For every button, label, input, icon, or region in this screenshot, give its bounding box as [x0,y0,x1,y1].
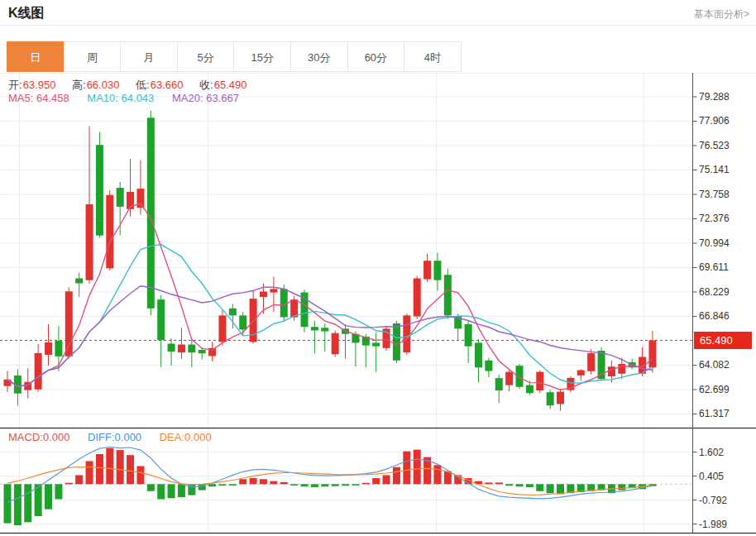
macd-value: 0.000 [43,431,70,443]
ma20-label: MA20: [172,92,203,104]
macd-histogram-bar [218,484,226,486]
candle-body [526,385,534,394]
price-axis-label: 68.229 [699,286,730,298]
kline-widget: K线图 基本面分析> 日 周 月 5分 15分 30分 60分 4时 79.28… [0,0,756,536]
macd-histogram-bar [229,484,237,486]
price-axis-label: 61.317 [699,408,730,419]
macd-label: MACD: [8,431,43,443]
fundamental-analysis-link[interactable]: 基本面分析> [694,7,749,22]
macd-histogram-bar [495,482,503,484]
macd-histogram-bar [168,484,175,498]
chart-area: 79.28877.90676.52375.14173.75872.37670.9… [0,73,756,536]
macd-histogram-bar [414,450,421,485]
macd-histogram-bar [127,455,134,484]
ma5-line [7,203,653,390]
ma-readout: MA5: 64.458 MA10: 64.043 MA20: 63.667 [8,92,254,104]
macd-histogram-bar [270,481,277,485]
high-label: 高: [72,79,86,91]
candle-body [433,261,441,280]
macd-histogram-bar [362,483,370,485]
macd-histogram-bar [526,484,534,487]
price-axis-label: 69.611 [699,261,729,273]
macd-histogram-bar [239,479,246,484]
price-axis-label: 79.288 [699,91,730,103]
candle-body [465,324,472,347]
price-axis-label: 72.376 [699,213,730,224]
candle-body [106,195,113,269]
candle-body [577,370,585,375]
macd-histogram-bar [547,484,554,493]
tab-15min[interactable]: 15分 [233,41,291,72]
tab-60min[interactable]: 60分 [347,41,405,72]
price-axis-label: 64.082 [699,359,730,371]
macd-histogram-bar [208,484,216,486]
candle-body [608,366,615,376]
candle-body [117,188,124,207]
macd-histogram-bar [147,484,155,491]
macd-histogram-bar [45,484,52,509]
candle-body [516,366,524,387]
candle-body [505,372,513,385]
diff-value: 0.000 [115,431,142,443]
tab-day[interactable]: 日 [7,41,65,72]
period-tabbar: 日 周 月 5分 15分 30分 60分 4时 [7,41,462,72]
candle-body [536,372,543,390]
tab-30min[interactable]: 30分 [290,41,348,72]
candle-body [393,323,400,361]
macd-histogram-bar [4,484,12,523]
macd-histogram-bar [352,484,359,486]
macd-axis-label: 1.602 [699,447,724,458]
candle-body [65,291,73,357]
macd-axis-label: -0.792 [699,495,727,506]
tab-week[interactable]: 周 [64,41,122,72]
candle-body [648,340,656,367]
tab-month[interactable]: 月 [120,41,178,72]
ma20-line [7,286,653,387]
candle-body [485,361,492,371]
macd-histogram-bar [14,484,22,525]
price-axis-label: 76.523 [699,140,730,151]
candle-body [147,117,155,308]
current-price-badge: 65.490 [694,332,752,349]
tab-4hour[interactable]: 4时 [404,41,462,72]
ma10-value: 64.043 [122,92,155,104]
candle-body [618,364,625,374]
ma5-value: 64.458 [36,92,69,104]
ma10-label: MA10: [87,92,118,104]
macd-axis-label: 0.405 [699,471,724,482]
low-value: 63.660 [151,79,184,91]
kline-macd-chart[interactable]: 79.28877.90676.52375.14173.75872.37670.9… [0,73,756,536]
macd-histogram-bar [342,484,349,486]
macd-histogram-bar [136,467,144,485]
candle-body [75,279,83,284]
macd-histogram-bar [301,484,309,486]
open-label: 开: [8,79,22,91]
candle-body [199,350,206,353]
price-axis-label: 73.758 [699,189,730,200]
macd-histogram-bar [321,484,328,486]
diff-label: DIFF: [88,431,115,443]
close-label: 收: [199,79,213,91]
candle-body [311,327,318,330]
candle-body [403,315,410,352]
dea-line [7,467,653,495]
candle-body [495,378,503,390]
macd-histogram-bar [433,465,441,484]
price-axis-label: 70.994 [699,237,730,249]
candle-body [423,261,431,279]
tab-5min[interactable]: 5分 [177,41,235,72]
macd-histogram-bar [505,484,513,486]
macd-histogram-bar [280,482,288,484]
ohlc-readout: 开:63.950 高:66.030 低:63.660 收:65.490 [8,78,260,93]
price-axis-label: 75.141 [699,164,730,175]
ma20-value: 63.667 [206,92,239,104]
macd-histogram-bar [393,467,400,485]
macd-histogram-bar [332,484,339,486]
candle-body [218,315,226,342]
macd-histogram-bar [65,483,73,485]
macd-histogram-bar [618,484,625,490]
candle-body [444,275,452,315]
candle-body [178,345,185,353]
candle-body [414,279,421,317]
macd-histogram-bar [403,452,410,485]
